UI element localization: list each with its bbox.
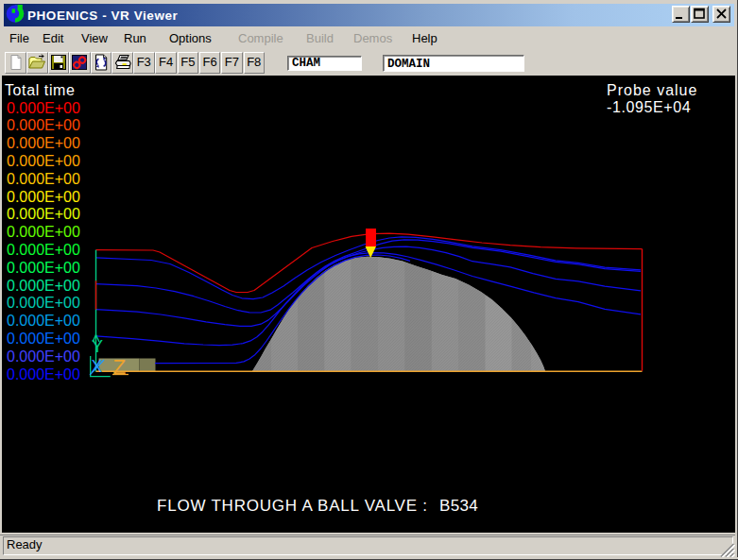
svg-text:0.000E+00: 0.000E+00: [7, 100, 80, 116]
svg-text:0.000E+00: 0.000E+00: [7, 366, 80, 382]
svg-text:-1.095E+04: -1.095E+04: [607, 99, 691, 115]
svg-text:0.000E+00: 0.000E+00: [7, 260, 80, 276]
svg-text:0.000E+00: 0.000E+00: [7, 171, 80, 187]
svg-text:0.000E+00: 0.000E+00: [7, 278, 80, 294]
svg-text:0.000E+00: 0.000E+00: [7, 331, 80, 347]
svg-text:0.000E+00: 0.000E+00: [7, 295, 80, 311]
svg-text:0.000E+00: 0.000E+00: [7, 153, 80, 169]
svg-text:0.000E+00: 0.000E+00: [7, 348, 80, 365]
svg-text:0.000E+00: 0.000E+00: [7, 206, 80, 222]
svg-text:X: X: [92, 357, 103, 376]
svg-text:0.000E+00: 0.000E+00: [7, 189, 80, 205]
svg-text:0.000E+00: 0.000E+00: [7, 135, 80, 151]
svg-text:Probe value: Probe value: [607, 82, 697, 98]
svg-text:FLOW THROUGH A BALL VALVE :: FLOW THROUGH A BALL VALVE :: [157, 497, 428, 515]
svg-text:Total time: Total time: [5, 82, 75, 98]
svg-text:0.000E+00: 0.000E+00: [7, 224, 80, 240]
svg-text:0.000E+00: 0.000E+00: [7, 313, 80, 329]
svg-text:0.000E+00: 0.000E+00: [7, 117, 80, 133]
svg-text:0.000E+00: 0.000E+00: [7, 242, 80, 258]
svg-text:B534: B534: [439, 497, 478, 515]
svg-text:Y: Y: [92, 337, 103, 356]
svg-text:Z: Z: [113, 355, 127, 379]
